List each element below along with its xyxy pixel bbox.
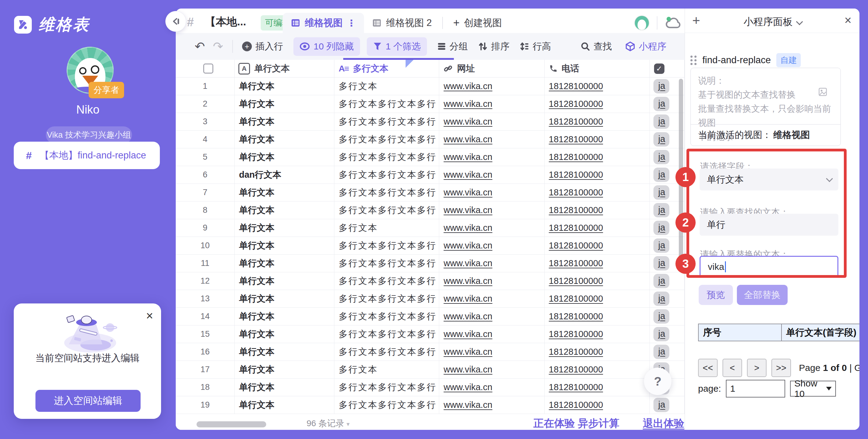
tab-menu-icon[interactable]: ⋮	[347, 18, 356, 28]
cell-single-text[interactable]: 单行文本	[235, 290, 334, 307]
cell-phone[interactable]: 18128100000	[545, 272, 650, 290]
row-number[interactable]: 6	[176, 166, 235, 183]
insert-row-button[interactable]: + 插入行	[242, 40, 283, 53]
row-number[interactable]: 4	[176, 131, 235, 148]
first-page-button[interactable]: <<	[698, 359, 718, 377]
replace-all-button[interactable]: 全部替换	[737, 285, 787, 305]
cell-url[interactable]: www.vika.cn	[439, 272, 544, 290]
row-number[interactable]: 14	[176, 308, 235, 325]
row-number[interactable]: 16	[176, 343, 235, 361]
cell-phone[interactable]: 18128100000	[545, 308, 650, 325]
cell-multi-text[interactable]: 多行文本多行文本多行 …	[334, 148, 439, 166]
cell-url[interactable]: www.vika.cn	[439, 219, 544, 237]
cell-url[interactable]: www.vika.cn	[439, 184, 544, 201]
cell-url[interactable]: www.vika.cn	[439, 131, 544, 148]
cell-single-text[interactable]: 单行文本	[235, 113, 334, 130]
cell-phone[interactable]: 18128100000	[545, 131, 650, 148]
cell-phone[interactable]: 18128100000	[545, 255, 650, 272]
cell-url[interactable]: www.vika.cn	[439, 396, 544, 414]
prev-page-button[interactable]: <	[722, 359, 742, 377]
cell-url[interactable]: www.vika.cn	[439, 343, 544, 361]
cell-single-text[interactable]: 单行文本	[235, 255, 334, 272]
cell-phone[interactable]: 18128100000	[545, 184, 650, 201]
row-number[interactable]: 9	[176, 219, 235, 237]
cell-phone[interactable]: 18128100000	[545, 113, 650, 130]
cell-multi-text[interactable]: 多行文本多行文本多行 …	[334, 255, 439, 272]
cell-multi-text[interactable]: 多行文本多行文本多行 …	[334, 95, 439, 113]
collapse-sidebar-button[interactable]	[165, 11, 186, 32]
cell-single-text[interactable]: 单行文本	[235, 237, 334, 254]
row-number[interactable]: 2	[176, 95, 235, 113]
horizontal-scrollbar[interactable]	[196, 421, 266, 428]
help-button[interactable]: ?	[644, 368, 672, 395]
cell-single-text[interactable]: 单行文本	[235, 343, 334, 361]
cell-multi-text[interactable]: 多行文本	[334, 219, 439, 237]
cell-url[interactable]: www.vika.cn	[439, 201, 544, 219]
cell-select-tag[interactable]: ja	[650, 396, 685, 414]
row-number[interactable]: 15	[176, 326, 235, 343]
cell-single-text[interactable]: 单行文本	[235, 201, 334, 219]
close-panel-button[interactable]: ×	[844, 13, 851, 27]
cell-select-tag[interactable]: ja	[650, 272, 685, 290]
page-size-select[interactable]: Show 10	[790, 381, 836, 397]
cell-multi-text[interactable]: 多行文本多行文本多行 …	[334, 184, 439, 201]
close-icon[interactable]: ×	[146, 309, 153, 323]
cell-multi-text[interactable]: 多行文本多行文本多行 …	[334, 343, 439, 361]
sort-button[interactable]: 排序	[478, 40, 509, 53]
cell-multi-text[interactable]: 多行文本多行文本多行 …	[334, 396, 439, 414]
cell-multi-text[interactable]: 多行文本	[334, 361, 439, 378]
cell-multi-text[interactable]: 多行文本多行文本多行 …	[334, 290, 439, 307]
cell-multi-text[interactable]: 多行文本多行文本多行 …	[334, 326, 439, 343]
row-number[interactable]: 11	[176, 255, 235, 272]
doc-title[interactable]: 【本地...	[205, 15, 246, 29]
widget-panel-button[interactable]: 小程序	[625, 40, 666, 53]
column-header-phone[interactable]: 电话	[545, 60, 650, 77]
cell-single-text[interactable]: 单行文本	[235, 308, 334, 325]
cell-select-tag[interactable]: ja	[650, 308, 685, 325]
last-page-button[interactable]: >>	[771, 359, 791, 377]
cell-multi-text[interactable]: 多行文本多行文本多行 …	[334, 201, 439, 219]
enter-space-edit-button[interactable]: 进入空间站编辑	[35, 390, 141, 412]
row-height-button[interactable]: 行高	[520, 40, 551, 53]
cell-url[interactable]: www.vika.cn	[439, 166, 544, 183]
cell-single-text[interactable]: 单行文本	[235, 184, 334, 201]
row-number[interactable]: 17	[176, 361, 235, 378]
cell-phone[interactable]: 18128100000	[545, 290, 650, 307]
sidebar-item-file[interactable]: # 【本地】find-and-replace	[14, 142, 160, 169]
cell-select-tag[interactable]: ja	[650, 343, 685, 361]
row-number[interactable]: 18	[176, 378, 235, 396]
cell-select-tag[interactable]: ja	[650, 326, 685, 343]
cell-url[interactable]: www.vika.cn	[439, 308, 544, 325]
cell-phone[interactable]: 18128100000	[545, 237, 650, 254]
cell-url[interactable]: www.vika.cn	[439, 361, 544, 378]
cell-phone[interactable]: 18128100000	[545, 326, 650, 343]
cell-url[interactable]: www.vika.cn	[439, 290, 544, 307]
cell-multi-text[interactable]: 多行文本多行文本多行 …	[334, 166, 439, 183]
preview-button[interactable]: 预览	[699, 285, 733, 305]
cell-phone[interactable]: 18128100000	[545, 148, 650, 166]
goto-page-input[interactable]: 1	[726, 380, 785, 398]
cell-phone[interactable]: 18128100000	[545, 95, 650, 113]
cell-multi-text[interactable]: 多行文本多行文本多行 …	[334, 131, 439, 148]
collaborator-avatar[interactable]	[634, 15, 649, 31]
column-header-url[interactable]: 网址	[439, 60, 544, 77]
row-number[interactable]: 19	[176, 396, 235, 414]
create-view-button[interactable]: + 创建视图	[445, 13, 510, 33]
tab-grid-view-2[interactable]: 维格视图 2	[364, 13, 440, 33]
cell-phone[interactable]: 18128100000	[545, 219, 650, 237]
cell-single-text[interactable]: 单行文本	[235, 148, 334, 166]
undo-button[interactable]: ↶	[195, 39, 205, 54]
filter-button[interactable]: 1 个筛选	[367, 37, 427, 56]
cell-phone[interactable]: 18128100000	[545, 201, 650, 219]
cell-single-text[interactable]: 单行文本	[235, 77, 334, 95]
cell-multi-text[interactable]: 多行文本多行文本多行 …	[334, 237, 439, 254]
cell-url[interactable]: www.vika.cn	[439, 378, 544, 396]
column-header-single-text[interactable]: A 单行文本	[235, 60, 334, 77]
tab-grid-view-1[interactable]: 维格视图 ⋮	[283, 13, 364, 33]
cell-single-text[interactable]: 单行文本	[235, 361, 334, 378]
cell-single-text[interactable]: 单行文本	[235, 326, 334, 343]
cell-single-text[interactable]: 单行文本	[235, 396, 334, 414]
redo-button[interactable]: ↷	[213, 39, 223, 54]
next-page-button[interactable]: >	[747, 359, 767, 377]
cell-select-tag[interactable]: ja	[650, 290, 685, 307]
